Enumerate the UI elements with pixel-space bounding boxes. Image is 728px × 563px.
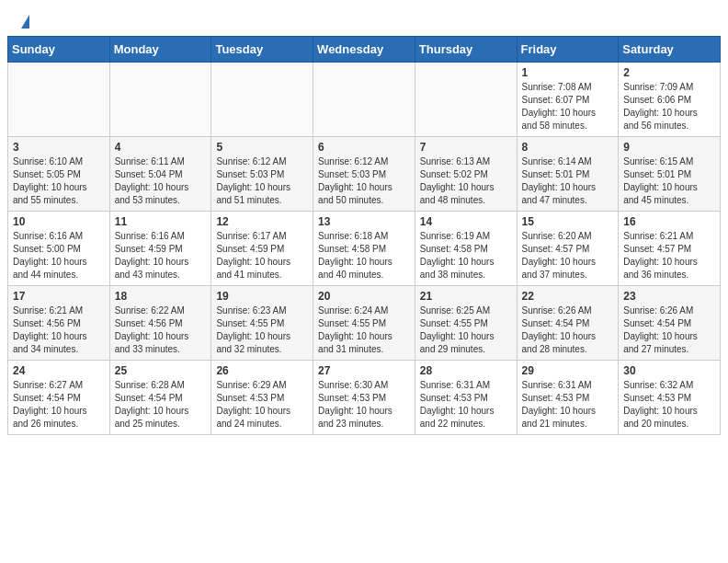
day-number: 24 <box>13 364 105 377</box>
day-info: Sunrise: 6:22 AM Sunset: 4:56 PM Dayligh… <box>115 304 207 356</box>
day-info: Sunrise: 6:17 AM Sunset: 4:59 PM Dayligh… <box>216 230 308 282</box>
day-number: 9 <box>623 141 715 154</box>
day-number: 4 <box>115 141 207 154</box>
day-number: 8 <box>522 141 614 154</box>
calendar-day-cell <box>8 63 110 137</box>
day-info: Sunrise: 6:19 AM Sunset: 4:58 PM Dayligh… <box>420 230 512 282</box>
calendar-day-cell <box>415 63 517 137</box>
day-info: Sunrise: 6:27 AM Sunset: 4:54 PM Dayligh… <box>13 379 105 431</box>
day-number: 13 <box>318 215 410 228</box>
calendar-day-cell: 11Sunrise: 6:16 AM Sunset: 4:59 PM Dayli… <box>109 212 211 286</box>
day-info: Sunrise: 6:23 AM Sunset: 4:55 PM Dayligh… <box>216 304 308 356</box>
day-of-week-header: Monday <box>109 37 211 63</box>
day-of-week-header: Saturday <box>619 37 721 63</box>
calendar-day-cell: 22Sunrise: 6:26 AM Sunset: 4:54 PM Dayli… <box>517 286 619 361</box>
day-info: Sunrise: 6:18 AM Sunset: 4:58 PM Dayligh… <box>318 230 410 282</box>
logo-triangle-icon <box>21 15 29 29</box>
calendar-day-cell: 20Sunrise: 6:24 AM Sunset: 4:55 PM Dayli… <box>313 286 415 361</box>
day-number: 1 <box>522 66 614 79</box>
day-info: Sunrise: 6:15 AM Sunset: 5:01 PM Dayligh… <box>623 155 715 207</box>
day-number: 18 <box>115 290 207 303</box>
calendar-day-cell: 12Sunrise: 6:17 AM Sunset: 4:59 PM Dayli… <box>211 212 313 286</box>
day-info: Sunrise: 6:21 AM Sunset: 4:57 PM Dayligh… <box>623 230 715 282</box>
calendar-day-cell: 10Sunrise: 6:16 AM Sunset: 5:00 PM Dayli… <box>8 212 110 286</box>
calendar-day-cell: 8Sunrise: 6:14 AM Sunset: 5:01 PM Daylig… <box>517 137 619 212</box>
day-number: 16 <box>623 215 715 228</box>
calendar-day-cell: 1Sunrise: 7:08 AM Sunset: 6:07 PM Daylig… <box>517 63 619 137</box>
calendar-day-cell: 13Sunrise: 6:18 AM Sunset: 4:58 PM Dayli… <box>313 212 415 286</box>
logo <box>18 15 29 29</box>
day-number: 22 <box>522 290 614 303</box>
day-number: 19 <box>216 290 308 303</box>
calendar-day-cell: 5Sunrise: 6:12 AM Sunset: 5:03 PM Daylig… <box>211 137 313 212</box>
calendar-day-cell: 9Sunrise: 6:15 AM Sunset: 5:01 PM Daylig… <box>619 137 721 212</box>
day-of-week-header: Tuesday <box>211 37 313 63</box>
day-info: Sunrise: 6:21 AM Sunset: 4:56 PM Dayligh… <box>13 304 105 356</box>
day-of-week-header: Thursday <box>415 37 517 63</box>
day-info: Sunrise: 6:28 AM Sunset: 4:54 PM Dayligh… <box>115 379 207 431</box>
calendar-day-cell: 3Sunrise: 6:10 AM Sunset: 5:05 PM Daylig… <box>8 137 110 212</box>
day-number: 5 <box>216 141 308 154</box>
calendar-day-cell: 26Sunrise: 6:29 AM Sunset: 4:53 PM Dayli… <box>211 361 313 435</box>
day-info: Sunrise: 6:12 AM Sunset: 5:03 PM Dayligh… <box>318 155 410 207</box>
day-number: 17 <box>13 290 105 303</box>
calendar-day-cell: 19Sunrise: 6:23 AM Sunset: 4:55 PM Dayli… <box>211 286 313 361</box>
day-number: 3 <box>13 141 105 154</box>
day-number: 10 <box>13 215 105 228</box>
day-info: Sunrise: 7:08 AM Sunset: 6:07 PM Dayligh… <box>522 81 614 132</box>
day-number: 6 <box>318 141 410 154</box>
day-of-week-header: Wednesday <box>313 37 415 63</box>
calendar-day-cell: 27Sunrise: 6:30 AM Sunset: 4:53 PM Dayli… <box>313 361 415 435</box>
day-number: 12 <box>216 215 308 228</box>
calendar-day-cell: 29Sunrise: 6:31 AM Sunset: 4:53 PM Dayli… <box>517 361 619 435</box>
day-info: Sunrise: 6:31 AM Sunset: 4:53 PM Dayligh… <box>522 379 614 431</box>
calendar-week-row: 24Sunrise: 6:27 AM Sunset: 4:54 PM Dayli… <box>8 361 721 435</box>
day-info: Sunrise: 6:32 AM Sunset: 4:53 PM Dayligh… <box>623 379 715 431</box>
day-info: Sunrise: 6:26 AM Sunset: 4:54 PM Dayligh… <box>623 304 715 356</box>
day-number: 20 <box>318 290 410 303</box>
calendar-day-cell: 15Sunrise: 6:20 AM Sunset: 4:57 PM Dayli… <box>517 212 619 286</box>
day-info: Sunrise: 6:25 AM Sunset: 4:55 PM Dayligh… <box>420 304 512 356</box>
calendar-day-cell: 18Sunrise: 6:22 AM Sunset: 4:56 PM Dayli… <box>109 286 211 361</box>
day-of-week-header: Sunday <box>8 37 110 63</box>
calendar-day-cell: 4Sunrise: 6:11 AM Sunset: 5:04 PM Daylig… <box>109 137 211 212</box>
calendar-day-cell: 6Sunrise: 6:12 AM Sunset: 5:03 PM Daylig… <box>313 137 415 212</box>
day-number: 30 <box>623 364 715 377</box>
day-info: Sunrise: 6:10 AM Sunset: 5:05 PM Dayligh… <box>13 155 105 207</box>
calendar-day-cell: 16Sunrise: 6:21 AM Sunset: 4:57 PM Dayli… <box>619 212 721 286</box>
day-info: Sunrise: 6:29 AM Sunset: 4:53 PM Dayligh… <box>216 379 308 431</box>
day-number: 25 <box>115 364 207 377</box>
day-info: Sunrise: 7:09 AM Sunset: 6:06 PM Dayligh… <box>623 81 715 132</box>
day-info: Sunrise: 6:26 AM Sunset: 4:54 PM Dayligh… <box>522 304 614 356</box>
day-info: Sunrise: 6:12 AM Sunset: 5:03 PM Dayligh… <box>216 155 308 207</box>
day-info: Sunrise: 6:20 AM Sunset: 4:57 PM Dayligh… <box>522 230 614 282</box>
day-info: Sunrise: 6:24 AM Sunset: 4:55 PM Dayligh… <box>318 304 410 356</box>
calendar-week-row: 10Sunrise: 6:16 AM Sunset: 5:00 PM Dayli… <box>8 212 721 286</box>
calendar-day-cell <box>109 63 211 137</box>
day-number: 14 <box>420 215 512 228</box>
calendar-day-cell: 7Sunrise: 6:13 AM Sunset: 5:02 PM Daylig… <box>415 137 517 212</box>
day-info: Sunrise: 6:11 AM Sunset: 5:04 PM Dayligh… <box>115 155 207 207</box>
day-info: Sunrise: 6:31 AM Sunset: 4:53 PM Dayligh… <box>420 379 512 431</box>
day-number: 23 <box>623 290 715 303</box>
calendar-day-cell: 23Sunrise: 6:26 AM Sunset: 4:54 PM Dayli… <box>619 286 721 361</box>
calendar-header-row: SundayMondayTuesdayWednesdayThursdayFrid… <box>8 37 721 63</box>
day-number: 26 <box>216 364 308 377</box>
calendar-day-cell: 14Sunrise: 6:19 AM Sunset: 4:58 PM Dayli… <box>415 212 517 286</box>
calendar-day-cell: 24Sunrise: 6:27 AM Sunset: 4:54 PM Dayli… <box>8 361 110 435</box>
calendar-body: 1Sunrise: 7:08 AM Sunset: 6:07 PM Daylig… <box>8 63 721 435</box>
day-info: Sunrise: 6:13 AM Sunset: 5:02 PM Dayligh… <box>420 155 512 207</box>
calendar-day-cell <box>313 63 415 137</box>
calendar-day-cell: 2Sunrise: 7:09 AM Sunset: 6:06 PM Daylig… <box>619 63 721 137</box>
page-header <box>0 0 728 36</box>
day-info: Sunrise: 6:14 AM Sunset: 5:01 PM Dayligh… <box>522 155 614 207</box>
day-number: 11 <box>115 215 207 228</box>
day-info: Sunrise: 6:16 AM Sunset: 4:59 PM Dayligh… <box>115 230 207 282</box>
calendar-day-cell: 17Sunrise: 6:21 AM Sunset: 4:56 PM Dayli… <box>8 286 110 361</box>
day-number: 2 <box>623 66 715 79</box>
day-number: 29 <box>522 364 614 377</box>
day-number: 27 <box>318 364 410 377</box>
day-info: Sunrise: 6:16 AM Sunset: 5:00 PM Dayligh… <box>13 230 105 282</box>
calendar-week-row: 17Sunrise: 6:21 AM Sunset: 4:56 PM Dayli… <box>8 286 721 361</box>
calendar-day-cell: 25Sunrise: 6:28 AM Sunset: 4:54 PM Dayli… <box>109 361 211 435</box>
